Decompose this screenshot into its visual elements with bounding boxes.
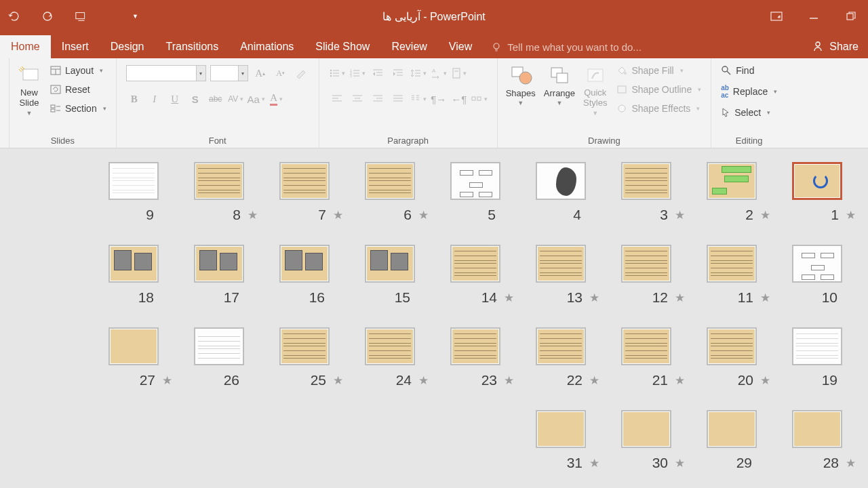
line-spacing-button[interactable] <box>410 65 427 81</box>
find-button[interactable]: Find <box>718 64 780 77</box>
shape-effects-button[interactable]: Shape Effects <box>614 102 704 115</box>
slide-thumb-26[interactable] <box>194 327 244 365</box>
slide-thumb-13[interactable] <box>536 245 586 283</box>
tab-home[interactable]: Home <box>0 35 51 58</box>
slide-thumbnail[interactable]: 1★ <box>774 162 860 223</box>
slide-thumb-23[interactable] <box>450 327 500 365</box>
slide-thumbnail[interactable]: 12★ <box>604 245 689 306</box>
slide-thumbnail[interactable]: 4 <box>518 162 604 223</box>
slide-thumb-1[interactable] <box>792 162 842 200</box>
slide-thumbnail[interactable]: 13★ <box>518 245 604 306</box>
decrease-font-icon[interactable]: A▾ <box>273 65 289 81</box>
layout-button[interactable]: Layout <box>47 64 109 77</box>
numbering-button[interactable]: 123 <box>349 65 366 81</box>
slide-thumbnail[interactable]: 20★ <box>689 327 774 388</box>
select-button[interactable]: Select <box>718 106 780 119</box>
columns-button[interactable] <box>410 91 427 107</box>
increase-indent-button[interactable] <box>390 65 406 81</box>
tab-transitions[interactable]: Transitions <box>155 35 230 58</box>
slide-thumb-29[interactable] <box>707 410 757 448</box>
slide-thumbnail[interactable]: 26 <box>176 327 262 388</box>
increase-font-icon[interactable]: A▴ <box>252 65 269 81</box>
slide-thumb-27[interactable] <box>108 327 159 365</box>
slide-thumbnail[interactable]: 27★ <box>91 327 176 388</box>
slide-thumbnail[interactable]: 10 <box>774 245 860 306</box>
slide-thumb-7[interactable] <box>279 162 330 200</box>
slide-thumbnail[interactable]: 23★ <box>433 327 518 388</box>
underline-button[interactable]: U <box>167 91 183 107</box>
align-center-button[interactable] <box>349 91 366 107</box>
bold-button[interactable]: B <box>126 91 142 107</box>
arrange-button[interactable]: Arrange▼ <box>540 61 579 109</box>
tab-animations[interactable]: Animations <box>229 35 304 58</box>
slide-thumbnail[interactable]: 14★ <box>433 245 518 306</box>
slide-thumb-18[interactable] <box>108 245 159 283</box>
slide-thumb-20[interactable] <box>707 327 757 365</box>
slide-thumbnail[interactable]: 22★ <box>518 327 604 388</box>
shapes-button[interactable]: Shapes▼ <box>502 61 540 109</box>
tab-view[interactable]: View <box>438 35 483 58</box>
new-slide-button[interactable]: New Slide ▼ <box>14 61 45 119</box>
slide-thumbnail[interactable]: 8★ <box>176 162 262 223</box>
smartart-button[interactable] <box>471 91 488 107</box>
slide-thumb-10[interactable] <box>792 245 842 283</box>
slide-thumb-19[interactable] <box>792 327 842 365</box>
slide-thumb-28[interactable] <box>792 410 842 448</box>
italic-button[interactable]: I <box>146 91 163 107</box>
ribbon-display-icon[interactable] <box>770 9 783 23</box>
change-case-button[interactable]: Aa <box>248 91 264 107</box>
tell-me-search[interactable]: Tell me what you want to do... <box>483 36 650 58</box>
slide-thumb-8[interactable] <box>194 162 244 200</box>
tab-review[interactable]: Review <box>380 35 437 58</box>
reset-button[interactable]: Reset <box>47 83 109 96</box>
align-text-button[interactable] <box>451 65 467 81</box>
slide-thumbnail[interactable]: 16 <box>262 245 347 306</box>
slide-thumbnail[interactable]: 18 <box>91 245 176 306</box>
char-spacing-button[interactable]: AV <box>228 91 244 107</box>
slide-thumb-9[interactable] <box>108 162 159 200</box>
replace-button[interactable]: abacReplace <box>718 83 780 100</box>
slide-thumbnail[interactable]: 19 <box>774 327 860 388</box>
shape-fill-button[interactable]: Shape Fill <box>614 64 704 77</box>
strikethrough-button[interactable]: abc <box>208 91 224 107</box>
slide-thumb-15[interactable] <box>365 245 415 283</box>
slide-thumb-30[interactable] <box>621 410 671 448</box>
slide-thumbnail[interactable]: 30★ <box>604 410 689 471</box>
font-color-button[interactable]: A <box>269 91 285 107</box>
font-family-combo[interactable]: ▾ <box>126 65 206 81</box>
slide-thumb-2[interactable] <box>707 162 757 200</box>
tab-insert[interactable]: Insert <box>51 35 100 58</box>
text-direction-button[interactable]: A <box>431 65 447 81</box>
align-right-button[interactable] <box>370 91 386 107</box>
slide-thumbnail[interactable]: 21★ <box>604 327 689 388</box>
slide-thumb-25[interactable] <box>279 327 330 365</box>
restore-icon[interactable] <box>844 9 858 23</box>
decrease-indent-button[interactable] <box>370 65 386 81</box>
slide-thumb-12[interactable] <box>621 245 671 283</box>
slide-thumbnail[interactable]: 3★ <box>604 162 689 223</box>
font-size-combo[interactable]: ▾ <box>210 65 248 81</box>
slide-thumbnail[interactable]: 5 <box>433 162 518 223</box>
shape-outline-button[interactable]: Shape Outline <box>614 83 704 96</box>
align-left-button[interactable] <box>329 91 345 107</box>
redo-icon[interactable] <box>41 9 54 23</box>
slide-thumbnail[interactable]: 7★ <box>262 162 347 223</box>
slide-thumbnail[interactable]: 2★ <box>689 162 774 223</box>
slide-thumbnail[interactable]: 25★ <box>262 327 347 388</box>
justify-button[interactable] <box>390 91 406 107</box>
slide-thumb-31[interactable] <box>536 410 586 448</box>
ltr-button[interactable]: ¶→ <box>431 91 447 107</box>
slide-thumb-5[interactable] <box>450 162 500 200</box>
undo-icon[interactable] <box>7 9 20 23</box>
slide-thumb-17[interactable] <box>194 245 244 283</box>
tab-design[interactable]: Design <box>100 35 155 58</box>
slide-thumb-21[interactable] <box>621 327 671 365</box>
slide-thumbnail[interactable]: 31★ <box>518 410 604 471</box>
clear-formatting-icon[interactable] <box>293 65 309 81</box>
slide-thumbnail[interactable]: 29 <box>689 410 774 471</box>
slide-thumbnail[interactable]: 17 <box>176 245 262 306</box>
slide-thumb-22[interactable] <box>536 327 586 365</box>
slide-thumbnail[interactable]: 28★ <box>774 410 860 471</box>
bullets-button[interactable] <box>329 65 345 81</box>
qat-customize-icon[interactable]: ▼ <box>132 13 138 20</box>
